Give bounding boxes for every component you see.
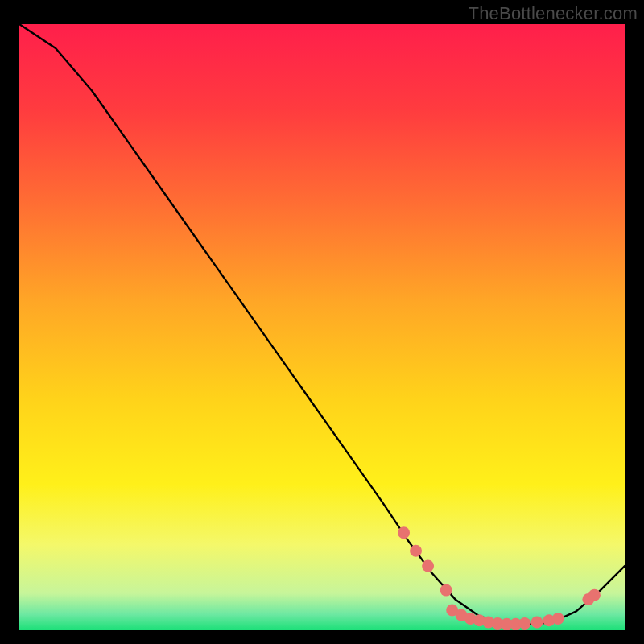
chart-canvas [0, 0, 644, 644]
data-point [440, 584, 452, 597]
data-point [530, 616, 543, 628]
data-point [398, 526, 410, 539]
data-point [410, 545, 422, 557]
data-point [588, 589, 601, 601]
data-point [552, 613, 564, 625]
data-point [422, 560, 434, 572]
chart-frame: TheBottlenecker.com [0, 0, 644, 644]
watermark-text: TheBottlenecker.com [469, 3, 638, 24]
data-point [518, 617, 530, 630]
